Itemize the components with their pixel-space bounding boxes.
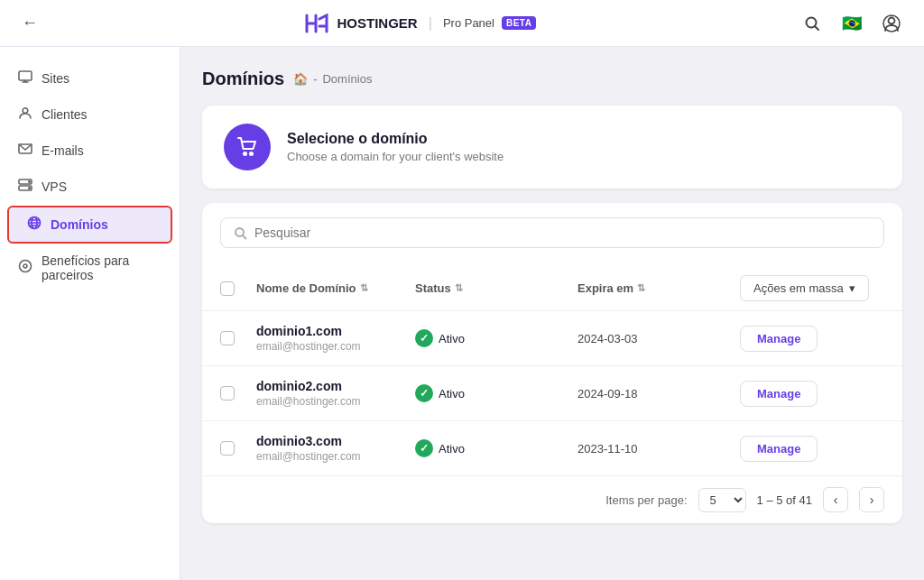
search-button[interactable] [798, 9, 827, 38]
logo-pro: Pro Panel [443, 16, 494, 30]
page-title: Domínios [202, 69, 284, 89]
status-label-2: Ativo [439, 442, 465, 456]
breadcrumb-home-icon: 🏠 [293, 72, 308, 86]
table-row: dominio3.com email@hostinger.com Ativo 2… [202, 421, 902, 475]
svg-point-2 [888, 17, 894, 23]
sort-status-icon: ⇅ [455, 282, 463, 294]
sidebar-item-beneficios[interactable]: Benefícios para parceiros [0, 245, 180, 290]
topbar-right: 🇧🇷 [798, 9, 906, 38]
topbar: ← HOSTINGER | Pro Panel BETA 🇧🇷 [0, 0, 924, 47]
user-profile-button[interactable] [877, 9, 906, 38]
svg-rect-4 [19, 71, 32, 80]
table-row: dominio2.com email@hostinger.com Ativo 2… [202, 366, 902, 421]
sidebar-item-sites[interactable]: Sites [0, 61, 180, 96]
svg-point-19 [23, 264, 27, 268]
svg-point-12 [29, 188, 31, 189]
status-check-icon-2 [415, 439, 433, 457]
row-action-2: Manage [740, 436, 884, 462]
svg-point-18 [20, 261, 32, 272]
search-wrap [220, 217, 884, 248]
promo-card-inner: Selecione o domínio Choose a domain for … [224, 124, 881, 170]
sidebar-item-clients[interactable]: Clientes [0, 97, 180, 132]
main-content: Domínios 🏠 - Domínios Selecione o domíni [180, 47, 924, 580]
status-check-icon-1 [415, 384, 433, 402]
status-label-0: Ativo [439, 332, 465, 345]
breadcrumb-sep: - [313, 72, 317, 86]
beta-badge: BETA [502, 16, 536, 30]
svg-point-20 [244, 152, 246, 155]
row-checkbox-cell-2 [220, 441, 256, 456]
manage-button-1[interactable]: Manage [740, 381, 818, 407]
sidebar-item-vps[interactable]: VPS [0, 170, 180, 204]
clients-icon [18, 106, 32, 124]
sort-domain-icon: ⇅ [360, 282, 368, 294]
main-layout: Sites Clientes E-mails [0, 47, 924, 580]
row-expiry-1: 2024-09-18 [578, 387, 740, 400]
table-rows-container: dominio1.com email@hostinger.com Ativo 2… [202, 311, 902, 475]
table-card: Nome de Domínio ⇅ Status ⇅ Expira em ⇅ A… [202, 203, 902, 523]
search-container [202, 203, 902, 266]
sidebar-item-emails[interactable]: E-mails [0, 133, 180, 168]
page-header: Domínios 🏠 - Domínios [202, 69, 902, 89]
search-icon [234, 226, 247, 240]
topbar-center: HOSTINGER | Pro Panel BETA [303, 10, 537, 37]
row-checkbox-cell-0 [220, 331, 256, 345]
status-check-icon-0 [415, 329, 433, 347]
table-header: Nome de Domínio ⇅ Status ⇅ Expira em ⇅ A… [202, 266, 902, 311]
row-status-0: Ativo [415, 329, 578, 347]
col-status[interactable]: Status ⇅ [415, 281, 578, 295]
logo-separator: | [429, 15, 432, 32]
svg-point-7 [23, 108, 28, 114]
row-checkbox-cell-1 [220, 386, 256, 400]
flag-brazil[interactable]: 🇧🇷 [839, 11, 864, 36]
svg-line-1 [815, 26, 818, 30]
benefits-icon [18, 259, 32, 277]
select-all-cell [220, 281, 256, 296]
prev-page-button[interactable]: ‹ [823, 487, 848, 512]
globe-icon [27, 216, 42, 234]
manage-button-0[interactable]: Manage [740, 326, 818, 352]
row-checkbox-1[interactable] [220, 386, 235, 400]
sidebar-label-vps: VPS [42, 180, 67, 194]
sidebar-label-clients: Clientes [42, 107, 88, 122]
select-all-checkbox[interactable] [220, 281, 235, 296]
back-button[interactable]: ← [18, 10, 42, 36]
row-checkbox-2[interactable] [220, 441, 235, 456]
domain-email-2: email@hostinger.com [256, 450, 415, 463]
row-action-0: Manage [740, 326, 884, 352]
pagination-bar: Items per page: 5 10 20 1 – 5 of 41 ‹ › [202, 475, 902, 523]
breadcrumb: 🏠 - Domínios [293, 72, 372, 86]
svg-point-11 [29, 181, 31, 183]
sidebar-label-beneficios: Benefícios para parceiros [42, 253, 162, 282]
sidebar-label-dominios: Domínios [51, 217, 108, 232]
col-domain-name[interactable]: Nome de Domínio ⇅ [256, 281, 415, 295]
hostinger-logo-icon [303, 10, 330, 37]
vps-icon [18, 178, 32, 196]
topbar-left: ← [18, 10, 42, 36]
row-checkbox-0[interactable] [220, 331, 235, 345]
row-domain-0: dominio1.com email@hostinger.com [256, 324, 415, 353]
col-expiry[interactable]: Expira em ⇅ [578, 281, 740, 295]
logo-name: HOSTINGER [337, 15, 418, 31]
bulk-chevron-icon: ▾ [849, 281, 855, 295]
promo-card: Selecione o domínio Choose a domain for … [202, 106, 902, 189]
next-page-button[interactable]: › [859, 487, 884, 512]
bulk-actions-button[interactable]: Ações em massa ▾ [740, 275, 869, 301]
status-label-1: Ativo [439, 387, 465, 400]
promo-icon-wrap [224, 124, 271, 170]
per-page-select[interactable]: 5 10 20 [698, 488, 746, 512]
sidebar-item-dominios[interactable]: Domínios [7, 206, 172, 244]
svg-line-23 [243, 235, 246, 239]
row-expiry-2: 2023-11-10 [578, 442, 740, 456]
manage-button-2[interactable]: Manage [740, 436, 818, 462]
table-row: dominio1.com email@hostinger.com Ativo 2… [202, 311, 902, 366]
promo-text: Selecione o domínio Choose a domain for … [287, 131, 504, 163]
search-input[interactable] [254, 226, 871, 240]
domain-name-2: dominio3.com [256, 434, 415, 448]
row-status-1: Ativo [415, 384, 578, 402]
domain-name-0: dominio1.com [256, 324, 415, 338]
cart-icon [236, 135, 259, 159]
sidebar-label-emails: E-mails [42, 143, 84, 158]
sidebar: Sites Clientes E-mails [0, 47, 180, 580]
per-page-label: Items per page: [605, 493, 687, 507]
